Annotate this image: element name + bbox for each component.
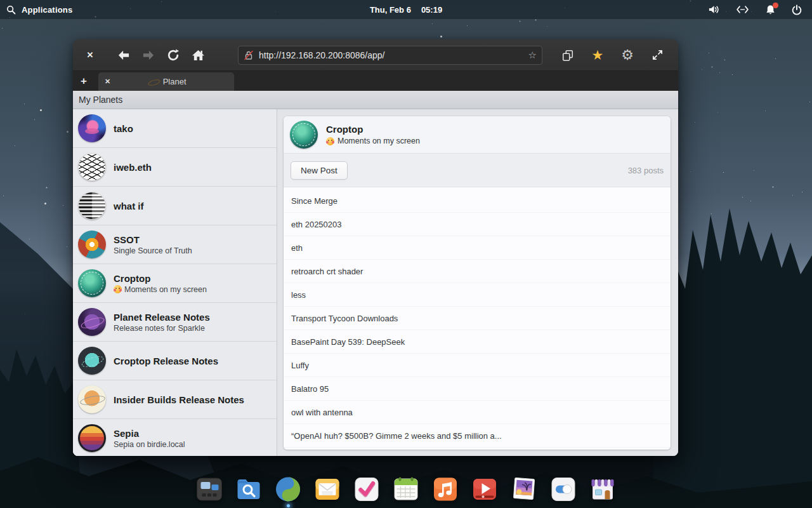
multitasking-view-icon (195, 475, 224, 504)
planet-title: iweb.eth (114, 162, 152, 173)
post-row[interactable]: eth (284, 236, 671, 260)
power-icon (792, 4, 802, 15)
croptop-avatar (290, 121, 318, 149)
copy-button[interactable] (560, 47, 576, 64)
window-close-button[interactable]: ✕ (82, 47, 98, 64)
clock[interactable]: Thu, Feb 6 05:19 (370, 5, 442, 15)
planet-list-item[interactable]: SSOTSingle Source of Truth (73, 225, 277, 264)
post-row[interactable]: BasePaint Day 539: DeepSeek (284, 330, 671, 354)
dock-item-file-search[interactable] (235, 475, 263, 504)
planet-about: Moments on my screen (326, 137, 420, 145)
whatif-avatar (78, 192, 106, 220)
iweb-avatar (78, 153, 106, 181)
dock (195, 475, 617, 504)
smiling-hearts-emoji (114, 285, 122, 293)
page-header: My Planets (73, 91, 678, 109)
photos-icon (510, 475, 539, 504)
new-tab-button[interactable]: + (73, 71, 95, 91)
running-indicator (287, 504, 290, 507)
post-row[interactable]: Luffy (284, 354, 671, 377)
post-row[interactable]: “OpenAI huh? $500B? Gimme 2 weeks and $5… (284, 424, 671, 448)
planetrn-avatar (78, 308, 106, 336)
home-button[interactable] (190, 47, 206, 64)
forward-icon (141, 50, 155, 61)
back-button[interactable] (115, 47, 132, 64)
planet-title: Insider Builds Release Notes (114, 394, 244, 405)
new-post-button[interactable]: New Post (291, 161, 348, 180)
planet-list-item[interactable]: SepiaSepia on birdie.local (73, 419, 277, 456)
planet-title: what if (114, 201, 144, 211)
post-row[interactable]: retroarch crt shader (284, 260, 671, 283)
smiling-hearts-emoji (326, 137, 334, 145)
planet-name: Croptop (326, 124, 420, 135)
insider-avatar (78, 385, 106, 413)
planet-list-item[interactable]: what if (73, 187, 277, 225)
planet-title: tako (114, 123, 133, 134)
dock-item-appcenter[interactable] (589, 475, 617, 504)
croptop-avatar (78, 269, 106, 297)
dock-item-web-browser[interactable] (274, 475, 303, 504)
reload-button[interactable] (165, 47, 181, 64)
planet-card-toolbar: New Post 383 posts (284, 154, 671, 187)
planet-title: Planet Release Notes (114, 312, 210, 323)
toolbar-right-buttons: ★ ⚙ (560, 47, 669, 64)
tako-avatar (78, 114, 106, 142)
appcenter-icon (589, 475, 617, 504)
planet-list: takoiweb.ethwhat ifSSOTSingle Source of … (73, 109, 277, 456)
tab-close-icon[interactable]: ✕ (105, 77, 110, 86)
web-browser-icon (274, 475, 303, 504)
dock-item-videos[interactable] (471, 475, 499, 504)
reload-icon (167, 49, 180, 62)
fullscreen-button[interactable] (649, 47, 665, 64)
url-bar[interactable]: http://192.168.20.200:8086/app/ ☆ (238, 46, 542, 65)
tab-label-group: Planet (115, 77, 234, 86)
tab-planet[interactable]: ✕ Planet (98, 72, 234, 91)
top-panel: Applications Thu, Feb 6 05:19 (0, 0, 812, 19)
tab-title: Planet (163, 77, 187, 86)
forward-button[interactable] (140, 47, 157, 64)
bookmark-outline-icon[interactable]: ☆ (528, 50, 537, 61)
post-count: 383 posts (628, 166, 664, 175)
dock-item-settings[interactable] (549, 475, 578, 504)
dock-item-tasks[interactable] (353, 475, 381, 504)
volume-icon (708, 4, 720, 15)
planet-subtitle: Release notes for Sparkle (114, 324, 210, 333)
page-body: takoiweb.ethwhat ifSSOTSingle Source of … (73, 109, 678, 456)
post-row[interactable]: eth 20250203 (284, 213, 671, 236)
settings-icon (549, 475, 578, 504)
home-icon (192, 49, 205, 61)
notifications-indicator[interactable] (765, 4, 776, 15)
dock-item-mail[interactable] (313, 475, 342, 504)
planet-list-item[interactable]: Planet Release NotesRelease notes for Sp… (73, 303, 277, 342)
tab-bar: + ✕ Planet (73, 71, 678, 91)
dock-item-calendar[interactable] (392, 475, 421, 504)
main-panel: Croptop Moments on my screen New Post 38… (277, 109, 678, 456)
network-indicator[interactable] (736, 5, 749, 14)
bookmarks-button[interactable]: ★ (589, 47, 606, 64)
post-row[interactable]: less (284, 283, 671, 307)
videos-icon (471, 475, 499, 504)
post-row[interactable]: owl with antenna (284, 401, 671, 424)
volume-indicator[interactable] (708, 4, 720, 15)
planet-list-item[interactable]: tako (73, 109, 277, 148)
indicator-area (708, 4, 812, 15)
planet-title: Croptop Release Notes (114, 356, 218, 366)
browser-toolbar: ✕ (73, 39, 678, 71)
applications-menu[interactable]: Applications (0, 5, 72, 15)
planet-list-item[interactable]: Croptop Release Notes (73, 342, 277, 380)
back-icon (117, 50, 131, 61)
dock-item-multitasking-view[interactable] (195, 475, 224, 504)
planet-list-item[interactable]: iweb.eth (73, 148, 277, 187)
settings-button[interactable]: ⚙ (619, 47, 636, 64)
dock-item-photos[interactable] (510, 475, 539, 504)
post-row[interactable]: Transport Tycoon Downloads (284, 307, 671, 330)
fullscreen-icon (652, 49, 664, 61)
dock-item-music[interactable] (431, 475, 460, 504)
post-row[interactable]: Balatro 95 (284, 377, 671, 401)
planet-list-item[interactable]: Insider Builds Release Notes (73, 380, 277, 419)
posts-list: Since Mergeeth 20250203ethretroarch crt … (284, 187, 671, 450)
session-indicator[interactable] (792, 4, 802, 15)
planet-list-item[interactable]: CroptopMoments on my screen (73, 264, 277, 303)
copy-icon (561, 49, 574, 62)
post-row[interactable]: Since Merge (284, 189, 671, 213)
